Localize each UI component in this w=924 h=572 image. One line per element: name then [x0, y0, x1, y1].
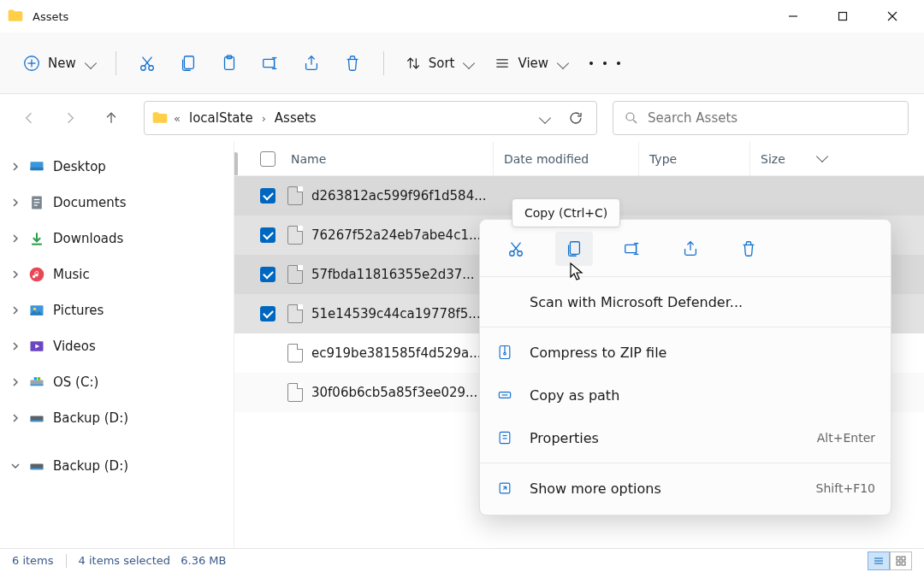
search-icon	[624, 110, 639, 126]
file-icon	[287, 186, 303, 205]
checkbox-icon[interactable]	[260, 227, 275, 243]
more-options-icon	[495, 480, 514, 497]
ctx-more-options[interactable]: Show more optionsShift+F10	[480, 467, 891, 510]
sidebar-item-music[interactable]: Music	[0, 257, 234, 292]
file-icon	[287, 226, 303, 245]
up-button[interactable]	[94, 101, 128, 135]
svg-rect-14	[263, 59, 274, 67]
checkbox-icon[interactable]	[260, 267, 275, 282]
ctx-properties[interactable]: PropertiesAlt+Enter	[480, 416, 891, 459]
sidebar-item-backup-d[interactable]: Backup (D:)	[0, 400, 234, 436]
svg-point-8	[149, 65, 154, 70]
chevron-down-icon	[557, 56, 569, 68]
minimize-button[interactable]	[768, 0, 818, 32]
address-bar[interactable]: « localState › Assets	[144, 101, 597, 135]
folder-icon	[7, 8, 24, 25]
ctx-copy-button[interactable]	[555, 232, 593, 266]
column-date[interactable]: Date modified	[493, 142, 638, 175]
svg-rect-56	[500, 432, 510, 443]
cut-button[interactable]	[130, 46, 164, 80]
ctx-share-button[interactable]	[672, 232, 709, 266]
svg-rect-65	[897, 562, 900, 565]
sort-label: Sort	[429, 56, 455, 71]
sidebar-item-backup-d-2[interactable]: Backup (D:)	[0, 448, 234, 484]
checkbox-icon[interactable]	[260, 345, 275, 361]
checkbox-icon[interactable]	[260, 385, 275, 400]
column-type[interactable]: Type	[638, 142, 749, 175]
breadcrumb-parent[interactable]: localState	[186, 110, 257, 126]
breadcrumb-current[interactable]: Assets	[271, 110, 320, 126]
svg-rect-66	[902, 562, 905, 565]
context-menu: Scan with Microsoft Defender... Compress…	[479, 219, 891, 516]
svg-rect-39	[31, 421, 44, 422]
view-button[interactable]: View	[487, 46, 574, 80]
svg-point-7	[140, 65, 145, 70]
new-button[interactable]: New	[15, 46, 102, 80]
path-icon	[495, 386, 514, 404]
column-name[interactable]: Name	[291, 142, 493, 175]
svg-line-22	[633, 120, 637, 123]
svg-point-53	[504, 352, 506, 355]
file-icon	[287, 383, 303, 402]
new-label: New	[48, 56, 76, 71]
refresh-button[interactable]	[562, 104, 589, 132]
svg-rect-47	[625, 245, 637, 252]
svg-rect-64	[902, 557, 905, 560]
column-size[interactable]: Size	[749, 142, 835, 175]
sort-button[interactable]: Sort	[398, 46, 481, 80]
sidebar-item-downloads[interactable]: Downloads	[0, 221, 234, 257]
chevron-down-icon	[85, 56, 97, 68]
svg-rect-41	[31, 469, 44, 470]
sidebar-item-documents[interactable]: Documents	[0, 185, 234, 221]
svg-rect-27	[34, 202, 40, 203]
ctx-delete-button[interactable]	[730, 232, 767, 266]
svg-rect-37	[38, 377, 40, 380]
cursor-icon	[569, 262, 586, 282]
rename-button[interactable]	[253, 46, 287, 80]
zip-icon	[495, 344, 514, 361]
title-bar: Assets	[0, 0, 924, 32]
checkbox-icon[interactable]	[260, 188, 275, 203]
ctx-scan-defender[interactable]: Scan with Microsoft Defender...	[480, 280, 891, 323]
sidebar-item-videos[interactable]: Videos	[0, 328, 234, 364]
status-bar: 6 items 4 items selected 6.36 MB	[0, 548, 924, 572]
sidebar-item-desktop[interactable]: Desktop	[0, 149, 234, 185]
ctx-rename-button[interactable]	[613, 232, 651, 266]
more-button[interactable]	[581, 46, 629, 80]
checkbox-icon[interactable]	[260, 306, 275, 321]
maximize-button[interactable]	[818, 0, 868, 32]
svg-rect-1	[839, 13, 847, 21]
details-view-button[interactable]	[868, 551, 890, 570]
ctx-copy-path[interactable]: Copy as path	[480, 374, 891, 416]
file-icon	[287, 304, 303, 323]
ctx-compress-zip[interactable]: Compress to ZIP file	[480, 331, 891, 374]
sidebar-item-os-c[interactable]: OS (C:)	[0, 364, 234, 400]
ctx-cut-button[interactable]	[497, 232, 535, 266]
svg-rect-11	[184, 56, 193, 68]
svg-rect-35	[31, 385, 44, 386]
search-input[interactable]	[648, 110, 897, 126]
svg-rect-24	[31, 168, 44, 170]
share-button[interactable]	[294, 46, 329, 80]
file-icon	[287, 265, 303, 284]
svg-point-21	[626, 113, 634, 121]
copy-button[interactable]	[171, 46, 205, 80]
view-label: View	[518, 56, 548, 71]
toolbar: New Sort View	[0, 32, 924, 94]
svg-rect-36	[34, 377, 37, 380]
chevron-right-icon: ›	[262, 112, 266, 125]
select-all-checkbox[interactable]	[260, 151, 275, 167]
chevron-down-icon	[463, 56, 475, 68]
paste-button[interactable]	[212, 46, 246, 80]
back-button[interactable]	[12, 101, 46, 135]
address-dropdown-button[interactable]	[530, 104, 557, 132]
sidebar-item-pictures[interactable]: Pictures	[0, 292, 234, 328]
forward-button[interactable]	[53, 101, 87, 135]
status-selected: 4 items selected	[79, 554, 171, 567]
folder-icon	[151, 109, 169, 127]
search-bar[interactable]	[613, 101, 909, 135]
close-button[interactable]	[868, 0, 917, 32]
thumbnails-view-button[interactable]	[890, 551, 912, 570]
svg-rect-63	[897, 557, 900, 560]
delete-button[interactable]	[335, 46, 370, 80]
